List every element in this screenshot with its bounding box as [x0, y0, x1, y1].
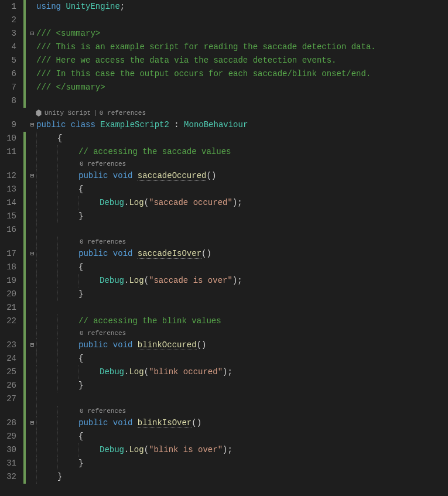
- line-number[interactable]: 23: [5, 338, 16, 352]
- code-content[interactable]: using UnityEngine; ⊟/// <summary> /// Th…: [23, 0, 448, 496]
- line-number[interactable]: 6: [5, 67, 16, 81]
- line-number[interactable]: 7: [5, 81, 16, 94]
- keyword-class: class: [71, 120, 95, 129]
- line-number-gutter[interactable]: 1 2 3 4 5 6 7 8 9 10 11 12 13 14 15 16 1…: [0, 0, 23, 496]
- fold-toggle-icon[interactable]: ⊟: [28, 338, 36, 352]
- semicolon: ;: [120, 2, 125, 11]
- method-saccade-is-over: saccadeIsOver: [138, 249, 201, 259]
- codelens-references[interactable]: 0 references: [100, 110, 146, 117]
- base-class: MonoBehaviour: [184, 120, 248, 129]
- colon: :: [169, 120, 184, 129]
- method-log: Log: [129, 198, 143, 207]
- unity-icon: [35, 110, 42, 117]
- line-number[interactable]: 17: [5, 247, 16, 261]
- xml-doc-line: /// This is an example script for readin…: [36, 40, 376, 54]
- line-number[interactable]: 15: [5, 210, 16, 223]
- line-number[interactable]: 4: [5, 40, 16, 54]
- string-literal: "blink is over": [149, 445, 223, 454]
- string-literal: "blink occured": [149, 367, 223, 377]
- line-number[interactable]: 27: [5, 392, 16, 406]
- line-number[interactable]: 26: [5, 379, 16, 392]
- fold-toggle-icon[interactable]: ⊟: [28, 416, 36, 430]
- codelens-references[interactable]: 0 references: [78, 328, 126, 338]
- type-debug: Debug: [100, 198, 124, 207]
- xml-doc-line: /// In this case the output occurs for e…: [36, 67, 371, 81]
- line-number: [5, 406, 16, 416]
- line-number[interactable]: 18: [5, 261, 16, 274]
- brace-open: {: [78, 183, 83, 196]
- line-number[interactable]: 30: [5, 443, 16, 457]
- codelens-references[interactable]: 0 references: [78, 406, 126, 416]
- line-number[interactable]: 3: [5, 27, 16, 40]
- codelens-references[interactable]: 0 references: [78, 237, 126, 247]
- line-number[interactable]: 1: [5, 0, 16, 13]
- class-name: ExampleScript2: [100, 120, 169, 129]
- line-number[interactable]: 20: [5, 288, 16, 301]
- line-number[interactable]: 19: [5, 274, 16, 288]
- string-literal: "saccade is over": [149, 276, 232, 285]
- xml-doc-summary-open: /// <summary>: [36, 27, 100, 40]
- line-number[interactable]: 13: [5, 183, 16, 196]
- line-number[interactable]: 21: [5, 301, 16, 314]
- line-number[interactable]: 16: [5, 223, 16, 237]
- string-literal: "saccade occured": [149, 198, 232, 207]
- line-number[interactable]: 31: [5, 457, 16, 470]
- method-blink-occured: blinkOccured: [138, 340, 197, 350]
- line-number[interactable]: 25: [5, 365, 16, 379]
- line-number[interactable]: 28: [5, 416, 16, 430]
- line-number: [5, 159, 16, 169]
- code-editor: 1 2 3 4 5 6 7 8 9 10 11 12 13 14 15 16 1…: [0, 0, 448, 496]
- fold-toggle-icon[interactable]: ⊟: [28, 169, 36, 183]
- line-number[interactable]: 2: [5, 13, 16, 27]
- fold-toggle-icon[interactable]: ⊟: [28, 247, 36, 261]
- fold-toggle-icon[interactable]: ⊟: [28, 118, 36, 132]
- line-number[interactable]: 5: [5, 54, 16, 67]
- line-number[interactable]: 29: [5, 430, 16, 443]
- line-number[interactable]: 12: [5, 169, 16, 183]
- line-number[interactable]: 22: [5, 314, 16, 328]
- method-saccade-occured: saccadeOccured: [138, 171, 207, 181]
- xml-doc-line: /// Here we access the data via the sacc…: [36, 54, 336, 67]
- brace-close: }: [78, 210, 83, 223]
- line-number[interactable]: 11: [5, 145, 16, 159]
- brace-close: }: [57, 470, 62, 484]
- line-number[interactable]: 9: [5, 118, 16, 132]
- line-number[interactable]: 10: [5, 132, 16, 145]
- line-number[interactable]: 24: [5, 352, 16, 365]
- keyword-public: public: [78, 171, 108, 180]
- method-blink-is-over: blinkIsOver: [138, 418, 191, 428]
- fold-toggle-icon[interactable]: ⊟: [28, 27, 36, 40]
- keyword-using: using: [36, 2, 61, 11]
- codelens-references[interactable]: 0 references: [78, 159, 126, 169]
- line-number[interactable]: 8: [5, 94, 16, 108]
- type-unityengine: UnityEngine: [66, 2, 119, 11]
- comment-blink: // accessing the blink values: [78, 314, 221, 328]
- codelens-class[interactable]: Unity Script|0 references: [34, 108, 146, 118]
- line-number: [5, 108, 16, 118]
- xml-doc-summary-close: /// </summary>: [36, 81, 105, 94]
- brace-open: {: [57, 132, 62, 145]
- codelens-unity-label: Unity Script: [45, 110, 91, 117]
- line-number[interactable]: 32: [5, 470, 16, 484]
- keyword-void: void: [113, 171, 133, 180]
- line-number: [5, 328, 16, 338]
- line-number[interactable]: 14: [5, 196, 16, 210]
- keyword-public: public: [36, 120, 66, 129]
- comment-saccade: // accessing the saccade values: [78, 145, 231, 159]
- line-number: [5, 237, 16, 247]
